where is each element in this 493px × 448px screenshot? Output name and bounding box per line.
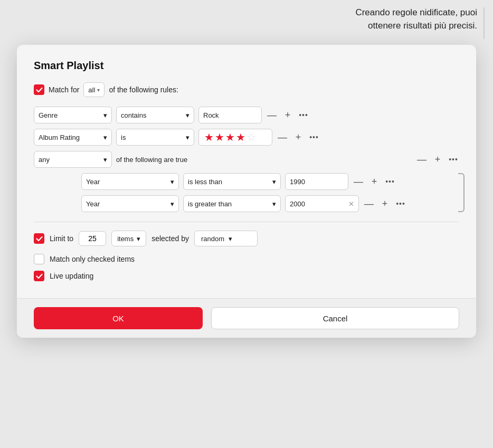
selected-by-label: selected by [151, 234, 189, 243]
nested-year2-add-btn[interactable]: + [379, 198, 391, 209]
nested-year2-more-btn[interactable]: ••• [395, 198, 406, 209]
clear-icon[interactable]: ✕ [348, 200, 354, 208]
match-checkbox[interactable] [34, 84, 44, 95]
match-only-checkbox[interactable] [34, 254, 44, 264]
star-1[interactable]: ★ [204, 131, 214, 144]
nested-rule-year-less: Year ▾ is less than ▾ — + ••• [81, 173, 459, 190]
tooltip-text: Creando regole nidificate, puoi ottenere… [355, 6, 477, 32]
nested-year2-value-display[interactable]: 2000 ✕ [285, 195, 359, 212]
nested-year1-field-select[interactable]: Year ▾ [81, 173, 179, 190]
genre-value-input[interactable] [198, 107, 262, 123]
limit-value-input[interactable] [79, 231, 106, 246]
album-rating-stars[interactable]: ★ ★ ★ ★ ☆ [198, 129, 272, 146]
live-updating-label: Live updating [50, 272, 93, 280]
match-all-select[interactable]: all ▾ [83, 82, 105, 97]
rules-container: Genre ▾ contains ▾ — + ••• Album Rating … [34, 107, 459, 212]
match-label: Match for [49, 85, 79, 94]
match-row: Match for all ▾ of the following rules: [34, 82, 459, 97]
nested-year1-condition-select[interactable]: is less than ▾ [183, 173, 281, 190]
dialog-title: Smart Playlist [34, 60, 459, 72]
genre-remove-btn[interactable]: — [266, 109, 278, 121]
smart-playlist-dialog: Smart Playlist Match for all ▾ of the fo… [17, 45, 476, 338]
star-4[interactable]: ★ [236, 131, 245, 144]
any-row-text: of the following are true [116, 156, 187, 164]
nested-year1-add-btn[interactable]: + [368, 176, 380, 187]
match-only-label: Match only checked items [50, 255, 135, 263]
nested-year1-remove-btn[interactable]: — [353, 176, 364, 187]
live-updating-row: Live updating [34, 271, 459, 281]
album-rating-add-btn[interactable]: + [292, 131, 304, 143]
genre-add-btn[interactable]: + [282, 109, 293, 121]
match-only-row: Match only checked items [34, 254, 459, 264]
limit-checkbox[interactable] [34, 233, 44, 244]
limit-label: Limit to [50, 234, 73, 243]
limit-unit-select[interactable]: items ▾ [111, 231, 146, 246]
genre-more-btn[interactable]: ••• [298, 109, 309, 121]
nested-brace [458, 173, 464, 212]
group-add-btn[interactable]: + [432, 154, 443, 165]
nested-year2-field-select[interactable]: Year ▾ [81, 195, 179, 212]
genre-field-select[interactable]: Genre ▾ [34, 107, 112, 123]
star-2[interactable]: ★ [215, 131, 224, 144]
group-more-btn[interactable]: ••• [448, 154, 459, 165]
album-rating-more-btn[interactable]: ••• [308, 131, 320, 143]
genre-condition-select[interactable]: contains ▾ [116, 107, 194, 123]
any-field-select[interactable]: any ▾ [34, 151, 112, 168]
live-updating-checkbox[interactable] [34, 271, 44, 281]
rule-group-header: any ▾ of the following are true — + ••• [34, 151, 459, 168]
ok-button[interactable]: OK [34, 307, 203, 329]
rule-album-rating: Album Rating ▾ is ▾ ★ ★ ★ ★ ☆ — + ••• [34, 129, 459, 146]
album-rating-condition-select[interactable]: is ▾ [116, 129, 194, 146]
star-3[interactable]: ★ [225, 131, 235, 144]
album-rating-field-select[interactable]: Album Rating ▾ [34, 129, 112, 146]
group-remove-btn[interactable]: — [416, 154, 428, 165]
limit-row: Limit to items ▾ selected by random ▾ [34, 231, 459, 246]
album-rating-remove-btn[interactable]: — [277, 131, 288, 143]
star-5[interactable]: ☆ [246, 131, 256, 144]
cancel-button[interactable]: Cancel [211, 307, 459, 329]
nested-year2-condition-select[interactable]: is greater than ▾ [183, 195, 281, 212]
nested-year1-more-btn[interactable]: ••• [384, 176, 396, 187]
section-divider [34, 222, 459, 222]
dialog-footer: OK Cancel [17, 298, 476, 338]
nested-year1-value-input[interactable] [285, 173, 348, 190]
nested-year2-remove-btn[interactable]: — [363, 198, 375, 209]
limit-order-select[interactable]: random ▾ [194, 231, 258, 246]
nested-rules: Year ▾ is less than ▾ — + ••• [55, 173, 459, 212]
rule-genre: Genre ▾ contains ▾ — + ••• [34, 107, 459, 123]
match-suffix: of the following rules: [109, 85, 178, 94]
nested-rule-year-greater: Year ▾ is greater than ▾ 2000 ✕ — + [81, 195, 459, 212]
